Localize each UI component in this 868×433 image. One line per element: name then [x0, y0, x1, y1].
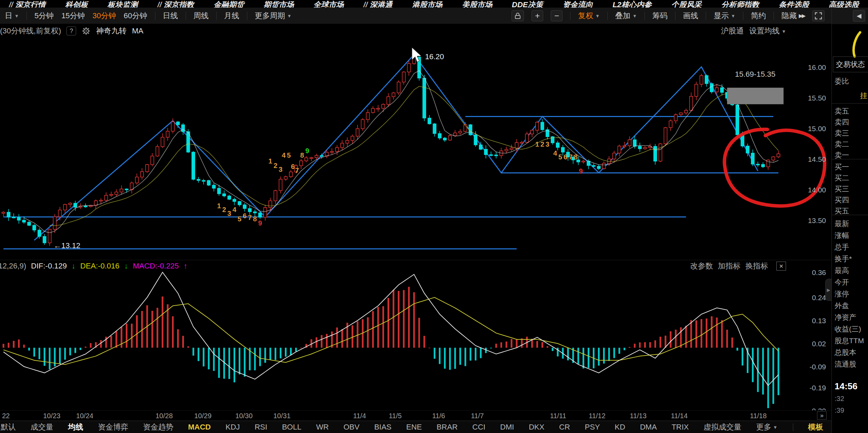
- indicator-tab-资金博弈[interactable]: 资金博弈: [98, 422, 128, 432]
- menubar-item[interactable]: //深港通: [363, 0, 392, 8]
- menubar-item[interactable]: 科创板: [65, 0, 88, 8]
- nine-turn-number: 6: [243, 212, 247, 220]
- trade-status-box[interactable]: 交易状态: [833, 56, 868, 72]
- menubar-item[interactable]: 条件选股: [779, 0, 809, 8]
- gear-icon[interactable]: [82, 27, 91, 35]
- macd-bar: [275, 348, 276, 360]
- candlestick-chart[interactable]: 12345678912345678912345678916.20←13.1215…: [0, 38, 831, 260]
- menubar-item[interactable]: 港股市场: [412, 0, 442, 8]
- indicator-tab-BOLL[interactable]: BOLL: [282, 423, 301, 432]
- macd-canvas[interactable]: [0, 272, 831, 410]
- toolbar-button-叠加[interactable]: 叠加▼: [615, 11, 637, 21]
- menubar-item[interactable]: 个股风采: [671, 0, 702, 8]
- indicator-nine-turn-label[interactable]: 神奇九转: [96, 26, 126, 36]
- toolbar-button-隐藏[interactable]: 隐藏▶▶: [782, 11, 805, 21]
- close-icon[interactable]: ×: [776, 262, 786, 271]
- macd-bar: [64, 348, 66, 360]
- indicator-tab-MACD[interactable]: MACD: [188, 423, 211, 432]
- pending-orders-label[interactable]: 挂: [860, 91, 867, 101]
- toolbar-button-5分钟[interactable]: 5分钟: [34, 11, 54, 21]
- help-icon[interactable]: ?: [66, 27, 76, 35]
- toolbar-button-60分钟[interactable]: 60分钟: [124, 11, 147, 21]
- toolbar-button-筹码[interactable]: 筹码: [652, 11, 668, 21]
- macd-bar: [218, 348, 220, 378]
- indicator-tab-DMI[interactable]: DMI: [500, 423, 514, 432]
- indicator-tab-RSI[interactable]: RSI: [255, 423, 267, 432]
- indicator-tab-均线[interactable]: 均线: [68, 422, 83, 432]
- indicator-tab-更多[interactable]: 更多▼: [756, 422, 777, 432]
- menubar-item[interactable]: 金融期货: [214, 0, 244, 8]
- menubar-item[interactable]: DDE决策: [512, 0, 543, 8]
- toolbar-button-简约[interactable]: 简约: [751, 11, 766, 21]
- indicator-tab-BRAR[interactable]: BRAR: [436, 423, 457, 432]
- macd-values-group: (12,26,9) DIF:-0.129 ↓ DEA:-0.016 ↓ MACD…: [2, 262, 187, 271]
- date-label: 11/12: [589, 412, 606, 420]
- toolbar-button-更多周期[interactable]: 更多周期▼: [255, 11, 292, 21]
- indicator-tab-虚拟成交量[interactable]: 虚拟成交量: [704, 422, 742, 432]
- chart-column: 日▼5分钟15分钟30分钟60分钟日线周线月线更多周期▼ +−复权▼叠加▼筹码画…: [0, 8, 831, 433]
- date-label: 11/4: [353, 412, 366, 420]
- indicator-tab-默认[interactable]: 默认: [1, 422, 16, 432]
- indicator-tab-DKX[interactable]: DKX: [529, 423, 544, 432]
- indicator-tab-label: KDJ: [226, 423, 240, 432]
- indicator-tab-TRIX[interactable]: TRIX: [672, 423, 689, 432]
- price-annotation: 15.69-15.35: [735, 70, 775, 78]
- candle-body: [618, 146, 621, 153]
- expand-icon[interactable]: [812, 10, 825, 21]
- indicator-ma-label[interactable]: MA: [132, 27, 143, 35]
- menubar-item[interactable]: 高级选股: [829, 0, 859, 8]
- macd-action-换指标[interactable]: 换指标: [745, 261, 768, 271]
- toolbar-button-显示[interactable]: 显示▼: [714, 11, 735, 21]
- hugutong-label[interactable]: 沪股通: [721, 26, 744, 36]
- indicator-tab-DMA[interactable]: DMA: [640, 423, 657, 432]
- menubar-item[interactable]: 期货市场: [264, 0, 294, 8]
- indicator-tab-CR[interactable]: CR: [559, 423, 570, 432]
- indicator-tab-成交量[interactable]: 成交量: [31, 422, 53, 432]
- indicator-tab-资金趋势[interactable]: 资金趋势: [143, 422, 173, 432]
- ma-settings-button[interactable]: 设置均线 ▼: [749, 26, 786, 36]
- stock-trading-app: //深京行情科创板板块监测//深京指数金融期货期货市场全球市场//深港通港股市场…: [0, 0, 868, 433]
- indicator-tab-OBV[interactable]: OBV: [343, 423, 359, 432]
- menubar-item-label: 美股市场: [462, 0, 492, 8]
- indicator-tab-KDJ[interactable]: KDJ: [226, 423, 240, 432]
- indicator-tab-BIAS[interactable]: BIAS: [374, 423, 391, 432]
- menubar-item[interactable]: L2核心内参: [612, 0, 652, 8]
- toolbar-button-画线[interactable]: 画线: [683, 11, 698, 21]
- indicator-tab-CCI[interactable]: CCI: [472, 423, 485, 432]
- toolbar-button-日[interactable]: 日▼: [5, 11, 19, 21]
- menubar-item[interactable]: //深京指数: [157, 0, 194, 8]
- toolbar-button-月线[interactable]: 月线: [224, 11, 239, 21]
- back-arrow-button[interactable]: ◀: [853, 10, 865, 22]
- zoom-out-button[interactable]: −: [551, 10, 562, 21]
- indicator-tab-PSY[interactable]: PSY: [585, 423, 600, 432]
- indicator-tab-模板[interactable]: 模板: [808, 422, 823, 432]
- more-dates-button[interactable]: »: [817, 411, 827, 420]
- macd-chart[interactable]: 0.360.240.130.02-0.09-0.19-0.30: [0, 272, 831, 410]
- lock-icon[interactable]: [512, 10, 524, 21]
- toolbar-button-15分钟[interactable]: 15分钟: [61, 11, 85, 21]
- macd-bar: [726, 330, 728, 348]
- menubar-item[interactable]: 资金流向: [562, 0, 593, 8]
- macd-action-改参数[interactable]: 改参数: [690, 261, 713, 271]
- candlestick-canvas[interactable]: 12345678912345678912345678916.20←13.1215…: [0, 38, 831, 260]
- indicator-tab-ENE[interactable]: ENE: [406, 423, 422, 432]
- sidebar-collapse-handle[interactable]: ▶: [825, 279, 831, 301]
- toolbar-button-复权[interactable]: 复权▼: [578, 11, 600, 21]
- toolbar-button-周线[interactable]: 周线: [194, 11, 209, 21]
- menubar-item[interactable]: 板块监测: [107, 0, 138, 8]
- menubar-item[interactable]: //深京行情: [9, 0, 45, 8]
- toolbar-button-日线[interactable]: 日线: [163, 11, 178, 21]
- macd-action-加指标[interactable]: 加指标: [718, 261, 741, 271]
- macd-bar: [680, 327, 682, 348]
- candle-body: [556, 143, 559, 147]
- zoom-in-button[interactable]: +: [531, 10, 543, 21]
- indicator-tab-label: 资金趋势: [143, 422, 173, 432]
- menubar-item-label: 分析师指数: [721, 0, 759, 8]
- toolbar-button-30分钟[interactable]: 30分钟: [93, 11, 116, 21]
- menubar-item[interactable]: 分析师指数: [721, 0, 759, 8]
- indicator-tab-WR[interactable]: WR: [316, 423, 329, 432]
- menubar-item[interactable]: 全球市场: [313, 0, 344, 8]
- menubar-item[interactable]: 美股市场: [462, 0, 492, 8]
- macd-bar: [90, 343, 92, 348]
- indicator-tab-KD[interactable]: KD: [615, 423, 626, 432]
